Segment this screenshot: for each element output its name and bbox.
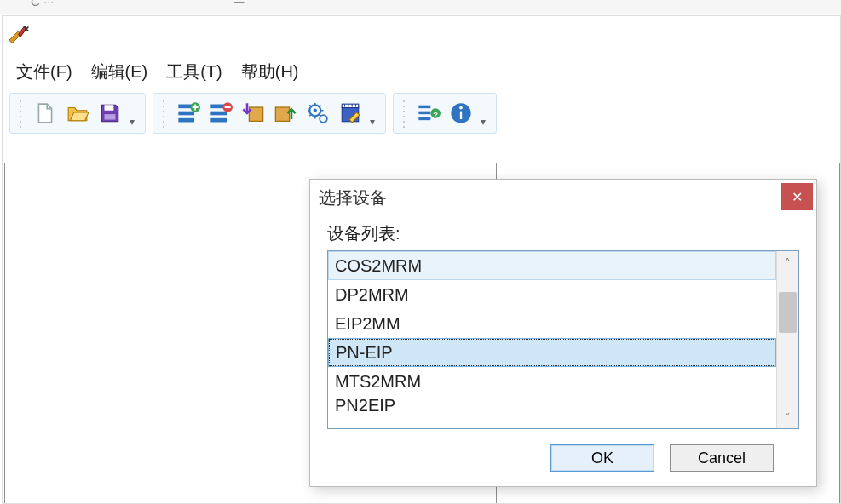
scroll-down-button[interactable]: ˅: [777, 406, 798, 428]
toolbar-group-edit: ▾: [153, 93, 386, 134]
toolbar-grip[interactable]: [162, 99, 165, 128]
toolbar-grip[interactable]: [402, 99, 406, 128]
svg-rect-2: [105, 114, 116, 120]
svg-rect-18: [418, 106, 430, 109]
device-listbox[interactable]: COS2MRMDP2MRMEIP2MMPN-EIPMTS2MRMPN2EIP ˄…: [327, 250, 799, 429]
device-list-item[interactable]: EIP2MM: [328, 309, 776, 338]
svg-point-14: [314, 109, 317, 112]
menu-bar: 文件(F) 编辑(E) 工具(T) 帮助(H): [3, 54, 840, 89]
cancel-button[interactable]: Cancel: [670, 444, 774, 472]
listbox-scrollbar[interactable]: ˄ ˅: [776, 251, 798, 428]
help-list-button[interactable]: ?: [414, 99, 443, 128]
svg-point-25: [459, 106, 463, 110]
menu-file[interactable]: 文件(F): [16, 60, 72, 83]
dialog-close-button[interactable]: ✕: [781, 183, 813, 210]
toolbar-grip[interactable]: [19, 99, 22, 128]
export-box-button[interactable]: [271, 99, 300, 128]
device-list-label: 设备列表:: [327, 222, 799, 245]
open-folder-button[interactable]: [63, 99, 92, 128]
svg-rect-20: [418, 117, 430, 121]
svg-rect-5: [178, 118, 194, 123]
toolbar-group-help: ? ▾: [393, 93, 497, 134]
remove-node-button[interactable]: [206, 99, 235, 128]
svg-rect-24: [460, 112, 462, 119]
close-icon: ✕: [792, 189, 803, 205]
svg-rect-1: [105, 105, 114, 111]
new-file-button[interactable]: [31, 99, 60, 128]
svg-rect-9: [210, 118, 227, 123]
title-bar: [3, 16, 840, 54]
scroll-thumb[interactable]: [779, 292, 797, 333]
toolbar-group-file: ▾: [9, 93, 146, 134]
notes-button[interactable]: [336, 99, 365, 128]
scroll-up-button[interactable]: ˄: [777, 251, 798, 273]
svg-rect-12: [275, 107, 289, 121]
device-list-item[interactable]: COS2MRM: [328, 251, 776, 280]
import-box-button[interactable]: [239, 99, 268, 128]
dialog-title: 选择设备: [310, 180, 816, 215]
app-tools-icon: [8, 24, 32, 48]
menu-edit[interactable]: 编辑(E): [91, 60, 148, 83]
toolbar: ▾ ▾ ?: [3, 89, 840, 138]
parent-ribbon-fragment: C ··· ⸺: [0, 0, 841, 14]
svg-point-15: [320, 115, 327, 123]
svg-rect-8: [210, 112, 227, 116]
add-node-button[interactable]: [174, 99, 203, 128]
device-list-item[interactable]: PN-EIP: [328, 338, 776, 367]
save-button[interactable]: [95, 99, 124, 128]
info-button[interactable]: [446, 99, 475, 128]
toolbar-overflow[interactable]: ▾: [481, 116, 491, 133]
toolbar-overflow[interactable]: ▾: [130, 116, 140, 133]
device-list-item[interactable]: DP2MRM: [328, 280, 776, 309]
device-list-item[interactable]: PN2EIP: [328, 396, 776, 413]
toolbar-overflow[interactable]: ▾: [370, 116, 380, 133]
svg-text:?: ?: [433, 111, 438, 119]
menu-tools[interactable]: 工具(T): [166, 60, 222, 83]
svg-rect-4: [178, 112, 194, 116]
menu-help[interactable]: 帮助(H): [241, 60, 299, 83]
settings-gear-button[interactable]: [303, 99, 332, 128]
svg-rect-19: [418, 112, 430, 115]
ok-button[interactable]: OK: [550, 444, 654, 472]
select-device-dialog: 选择设备 ✕ 设备列表: COS2MRMDP2MRMEIP2MMPN-EIPMT…: [309, 179, 817, 487]
device-list-item[interactable]: MTS2MRM: [328, 367, 776, 396]
